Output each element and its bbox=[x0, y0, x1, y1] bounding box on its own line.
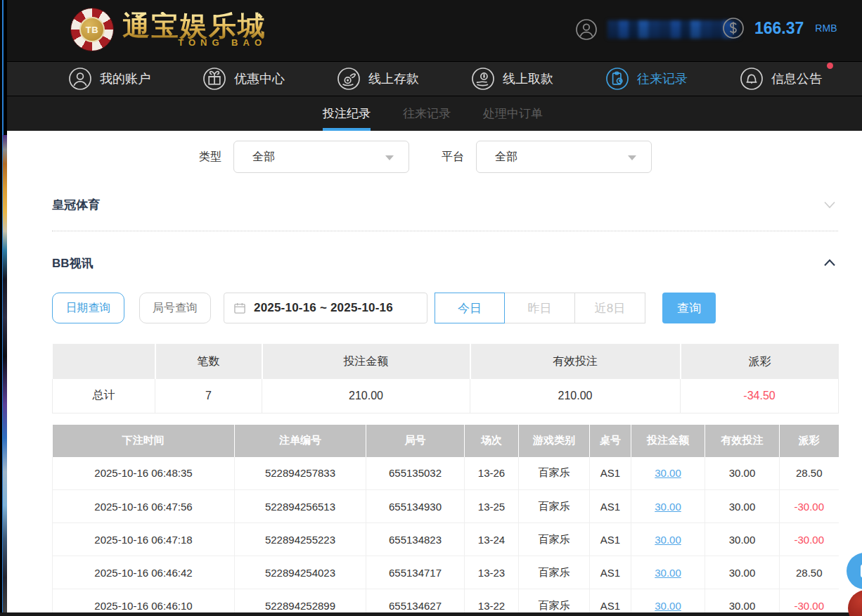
username-redacted bbox=[607, 20, 740, 39]
section-crown-sports[interactable]: 皇冠体育 bbox=[52, 196, 838, 213]
window-bottom-edge bbox=[0, 612, 862, 616]
chip-tb-label: TB bbox=[79, 17, 105, 42]
summary-header-blank bbox=[53, 344, 155, 379]
round-id: 655134823 bbox=[366, 523, 465, 556]
payout-value: -30.00 bbox=[780, 490, 839, 523]
bet-amount-link[interactable]: 30.00 bbox=[655, 600, 681, 612]
notification-dot bbox=[827, 63, 833, 69]
gift-icon bbox=[202, 67, 226, 91]
bet-time: 2025-10-16 06:47:56 bbox=[53, 490, 235, 523]
tab-processing-orders[interactable]: 处理中订单 bbox=[483, 96, 543, 131]
valid-bet: 30.00 bbox=[705, 523, 780, 556]
records-table: 下注时间 注单编号 局号 场次 游戏类别 桌号 投注金额 有效投注 派彩 202… bbox=[52, 425, 839, 616]
payout-value: 28.50 bbox=[780, 556, 839, 589]
type-select[interactable]: 全部 bbox=[233, 141, 409, 173]
platform-select[interactable]: 全部 bbox=[476, 141, 652, 173]
bet-time: 2025-10-16 06:48:35 bbox=[53, 457, 235, 490]
poker-chip-icon: TB bbox=[70, 8, 114, 51]
calendar-icon bbox=[233, 301, 247, 315]
balance-amount: 166.37 bbox=[754, 19, 804, 38]
site-logo[interactable]: TB 通宝娱乐城 TONG BAO bbox=[70, 8, 266, 51]
table-row: 2025-10-16 06:48:35 522894257833 6551350… bbox=[53, 457, 839, 490]
bet-amount-link[interactable]: 30.00 bbox=[655, 501, 681, 513]
col-bet-time: 下注时间 bbox=[53, 425, 235, 457]
tab-betting-records[interactable]: 投注纪录 bbox=[323, 96, 371, 131]
summary-valid-bet-value: 210.00 bbox=[470, 379, 681, 413]
summary-header-payout: 派彩 bbox=[681, 344, 839, 379]
session: 13-26 bbox=[465, 457, 519, 490]
record-tabs-bar: 投注纪录 往来记录 处理中订单 bbox=[4, 96, 862, 131]
bet-id: 522894256513 bbox=[235, 490, 366, 523]
search-button[interactable]: 查询 bbox=[662, 293, 716, 323]
nav-my-account[interactable]: 我的账户 bbox=[68, 67, 150, 91]
platform-filter-label: 平台 bbox=[442, 150, 464, 165]
bet-id: 522894257833 bbox=[235, 457, 366, 490]
content-area: 类型 全部 平台 全部 皇冠体育 BB视讯 bbox=[7, 131, 862, 616]
main-navigation: 我的账户 优惠中心 线上存款 线上取款 bbox=[4, 61, 862, 96]
summary-header-bet-amount: 投注金额 bbox=[262, 344, 470, 379]
col-game-type: 游戏类别 bbox=[519, 425, 590, 457]
nav-label: 往来记录 bbox=[637, 70, 688, 87]
nav-label: 我的账户 bbox=[100, 70, 150, 87]
date-query-button[interactable]: 日期查询 bbox=[52, 293, 124, 323]
tab-transaction-records[interactable]: 往来记录 bbox=[403, 96, 451, 131]
table-no: AS1 bbox=[590, 457, 631, 490]
wallet-balance[interactable]: 166.37 RMB bbox=[722, 17, 837, 39]
round-id: 655134930 bbox=[366, 490, 465, 523]
dollar-coin-icon bbox=[722, 17, 745, 39]
yesterday-button[interactable]: 昨日 bbox=[505, 293, 575, 323]
bet-amount-link[interactable]: 30.00 bbox=[655, 467, 681, 479]
platform-select-value: 全部 bbox=[495, 150, 517, 165]
brand-name-cn: 通宝娱乐城 bbox=[122, 12, 266, 40]
section-divider bbox=[52, 231, 838, 231]
nav-promotions[interactable]: 优惠中心 bbox=[202, 67, 285, 91]
game-type: 百家乐 bbox=[519, 556, 590, 589]
type-select-value: 全部 bbox=[252, 150, 275, 165]
table-row: 2025-10-16 06:47:18 522894255223 6551348… bbox=[53, 523, 839, 556]
records-icon bbox=[605, 67, 629, 91]
last-8-days-button[interactable]: 近8日 bbox=[575, 293, 645, 323]
col-bet-id: 注单编号 bbox=[235, 425, 366, 457]
brand-name-en: TONG BAO bbox=[178, 37, 266, 48]
col-session: 场次 bbox=[465, 425, 519, 457]
valid-bet: 30.00 bbox=[705, 490, 780, 523]
summary-count-value: 7 bbox=[155, 379, 262, 413]
nav-label: 线上取款 bbox=[503, 70, 553, 87]
bet-amount-link[interactable]: 30.00 bbox=[655, 567, 681, 579]
bet-id: 522894254023 bbox=[235, 556, 366, 589]
table-row: 2025-10-16 06:47:56 522894256513 6551349… bbox=[53, 490, 839, 523]
col-payout: 派彩 bbox=[780, 425, 839, 457]
nav-transaction-records[interactable]: 往来记录 bbox=[605, 67, 688, 91]
col-round-id: 局号 bbox=[366, 425, 465, 457]
game-type: 百家乐 bbox=[519, 523, 590, 556]
valid-bet: 30.00 bbox=[705, 556, 780, 589]
date-range-input[interactable]: 2025-10-16 ~ 2025-10-16 bbox=[224, 293, 427, 323]
logo-text: 通宝娱乐城 TONG BAO bbox=[122, 12, 266, 48]
summary-header-valid-bet: 有效投注 bbox=[470, 344, 681, 379]
summary-total-label: 总计 bbox=[53, 379, 155, 413]
round-query-button[interactable]: 局号查询 bbox=[139, 293, 211, 323]
summary-bet-amount-value: 210.00 bbox=[262, 379, 470, 413]
col-bet-amount: 投注金额 bbox=[631, 425, 705, 457]
payout-value: 28.50 bbox=[780, 457, 839, 490]
section-title: BB视讯 bbox=[52, 255, 94, 271]
bet-time: 2025-10-16 06:46:42 bbox=[53, 556, 235, 589]
section-bb-video[interactable]: BB视讯 bbox=[52, 255, 838, 271]
nav-announcements[interactable]: 信息公告 bbox=[740, 67, 822, 91]
summary-header-row: 笔数 投注金额 有效投注 派彩 bbox=[53, 344, 839, 379]
bet-amount-link[interactable]: 30.00 bbox=[655, 534, 681, 546]
session: 13-25 bbox=[465, 490, 519, 523]
user-icon bbox=[68, 67, 92, 91]
dragon-logo-icon bbox=[858, 600, 862, 616]
payout-value: -30.00 bbox=[780, 523, 839, 556]
nav-online-withdraw[interactable]: 线上取款 bbox=[471, 67, 553, 91]
today-button[interactable]: 今日 bbox=[435, 293, 505, 323]
nav-label: 信息公告 bbox=[771, 70, 822, 87]
account-menu[interactable] bbox=[575, 18, 740, 41]
nav-online-deposit[interactable]: 线上存款 bbox=[337, 67, 419, 91]
col-valid-bet: 有效投注 bbox=[705, 425, 780, 457]
nav-label: 优惠中心 bbox=[234, 70, 285, 87]
summary-total-row: 总计 7 210.00 210.00 -34.50 bbox=[53, 379, 839, 413]
site-header: TB 通宝娱乐城 TONG BAO 166.37 RMB bbox=[4, 0, 862, 61]
chevron-down-icon bbox=[385, 155, 394, 160]
